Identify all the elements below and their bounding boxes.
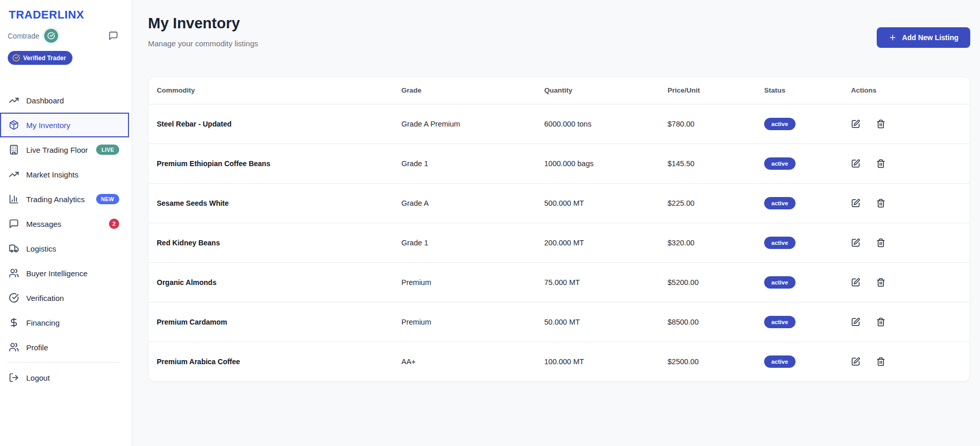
- sidebar-item-buyer-intelligence[interactable]: Buyer Intelligence: [0, 261, 132, 286]
- sidebar-item-profile[interactable]: Profile: [0, 335, 132, 360]
- edit-button[interactable]: [851, 119, 860, 129]
- grade-cell: AA+: [393, 342, 536, 381]
- delete-button[interactable]: [876, 119, 885, 129]
- quantity-cell: 500.000 MT: [536, 183, 659, 223]
- chat-icon[interactable]: [108, 31, 118, 41]
- grade-cell: Premium: [393, 302, 536, 342]
- users-icon: [9, 268, 19, 278]
- truck-icon: [9, 243, 19, 254]
- building-icon: [9, 145, 19, 155]
- sidebar-item-financing[interactable]: Financing: [0, 310, 132, 335]
- live-badge: LIVE: [96, 145, 119, 155]
- add-new-listing-label: Add New Listing: [902, 33, 958, 42]
- quantity-cell: 75.000 MT: [536, 262, 659, 302]
- commodity-cell: Premium Ethiopian Coffee Beans: [149, 144, 393, 183]
- status-badge: active: [764, 237, 796, 249]
- column-header-actions: Actions: [843, 77, 970, 104]
- delete-button[interactable]: [876, 278, 885, 287]
- table-row: Red Kidney Beans Grade 1 200.000 MT $320…: [149, 223, 970, 262]
- trash-icon: [876, 159, 885, 168]
- commodity-cell: Organic Almonds: [149, 262, 393, 302]
- table-row: Steel Rebar - Updated Grade A Premium 60…: [149, 104, 970, 144]
- edit-icon: [851, 199, 860, 208]
- app-root: TRADERLINX Comtrade Verified Trader Dash…: [0, 0, 980, 446]
- grade-cell: Grade 1: [393, 223, 536, 262]
- company-name: Comtrade: [8, 32, 39, 40]
- main-content: My Inventory Manage your commodity listi…: [132, 0, 980, 446]
- brand-logo: TRADERLINX: [9, 8, 132, 22]
- trending-up-icon: [9, 95, 19, 105]
- price-cell: $2500.00: [659, 342, 756, 381]
- sidebar-item-label: Verification: [26, 294, 64, 302]
- sidebar-item-logistics[interactable]: Logistics: [0, 236, 132, 261]
- commodity-cell: Red Kidney Beans: [149, 223, 393, 262]
- edit-icon: [851, 317, 860, 327]
- sidebar-item-label: Logout: [26, 373, 50, 382]
- delete-button[interactable]: [876, 357, 885, 366]
- commodity-cell: Sesame Seeds White: [149, 183, 393, 223]
- trash-icon: [876, 199, 885, 208]
- status-badge: active: [764, 316, 796, 328]
- column-header-quantity: Quantity: [536, 77, 659, 104]
- delete-button[interactable]: [876, 317, 885, 327]
- grade-cell: Grade A: [393, 183, 536, 223]
- sidebar-item-label: Financing: [26, 318, 60, 327]
- edit-button[interactable]: [851, 238, 860, 247]
- commodity-cell: Premium Cardamom: [149, 302, 393, 342]
- edit-button[interactable]: [851, 199, 860, 208]
- price-cell: $8500.00: [659, 302, 756, 342]
- add-new-listing-button[interactable]: Add New Listing: [877, 27, 970, 48]
- sidebar-item-label: Trading Analytics: [26, 195, 85, 204]
- sidebar-item-label: Profile: [26, 343, 48, 352]
- table-row: Sesame Seeds White Grade A 500.000 MT $2…: [149, 183, 970, 223]
- trash-icon: [876, 119, 885, 129]
- inventory-table-card: Commodity Grade Quantity Price/Unit Stat…: [148, 77, 970, 382]
- edit-button[interactable]: [851, 357, 860, 366]
- sidebar-item-trading-analytics[interactable]: Trading Analytics NEW: [0, 187, 132, 211]
- sidebar-nav: Dashboard My Inventory Live Trading Floo…: [0, 88, 132, 390]
- sidebar-item-my-inventory[interactable]: My Inventory: [0, 113, 129, 137]
- check-circle-icon: [9, 293, 19, 303]
- column-header-status: Status: [756, 77, 843, 104]
- sidebar-item-verification[interactable]: Verification: [0, 286, 132, 310]
- sidebar-item-logout[interactable]: Logout: [0, 365, 132, 390]
- table-row: Premium Arabica Coffee AA+ 100.000 MT $2…: [149, 342, 970, 381]
- price-cell: $225.00: [659, 183, 756, 223]
- commodity-cell: Premium Arabica Coffee: [149, 342, 393, 381]
- verified-trader-label: Verified Trader: [23, 55, 66, 62]
- quantity-cell: 50.000 MT: [536, 302, 659, 342]
- sidebar-item-label: Logistics: [26, 244, 56, 253]
- delete-button[interactable]: [876, 199, 885, 208]
- sidebar-item-dashboard[interactable]: Dashboard: [0, 88, 132, 113]
- price-cell: $5200.00: [659, 262, 756, 302]
- sidebar: TRADERLINX Comtrade Verified Trader Dash…: [0, 0, 132, 446]
- page-header: My Inventory Manage your commodity listi…: [148, 13, 970, 48]
- price-cell: $145.50: [659, 144, 756, 183]
- table-row: Premium Ethiopian Coffee Beans Grade 1 1…: [149, 144, 970, 183]
- log-out-icon: [9, 372, 19, 383]
- commodity-cell: Steel Rebar - Updated: [149, 104, 393, 144]
- edit-icon: [851, 357, 860, 366]
- trending-up-icon: [9, 169, 19, 180]
- users-icon: [9, 342, 19, 352]
- inventory-table: Commodity Grade Quantity Price/Unit Stat…: [149, 77, 970, 381]
- quantity-cell: 6000.000 tons: [536, 104, 659, 144]
- edit-button[interactable]: [851, 317, 860, 327]
- status-badge: active: [764, 355, 796, 368]
- company-row: Comtrade: [8, 29, 132, 43]
- delete-button[interactable]: [876, 238, 885, 247]
- delete-button[interactable]: [876, 159, 885, 168]
- sidebar-item-live-trading-floor[interactable]: Live Trading Floor LIVE: [0, 137, 132, 162]
- sidebar-item-label: Buyer Intelligence: [26, 269, 87, 278]
- quantity-cell: 200.000 MT: [536, 223, 659, 262]
- table-header-row: Commodity Grade Quantity Price/Unit Stat…: [149, 77, 970, 104]
- company-verified-icon: [44, 29, 58, 43]
- edit-button[interactable]: [851, 159, 860, 168]
- sidebar-item-market-insights[interactable]: Market Insights: [0, 162, 132, 187]
- sidebar-item-label: Live Trading Floor: [26, 146, 88, 154]
- status-badge: active: [764, 197, 796, 209]
- edit-button[interactable]: [851, 278, 860, 287]
- column-header-price: Price/Unit: [659, 77, 756, 104]
- message-square-icon: [9, 219, 19, 229]
- sidebar-item-messages[interactable]: Messages 2: [0, 211, 132, 236]
